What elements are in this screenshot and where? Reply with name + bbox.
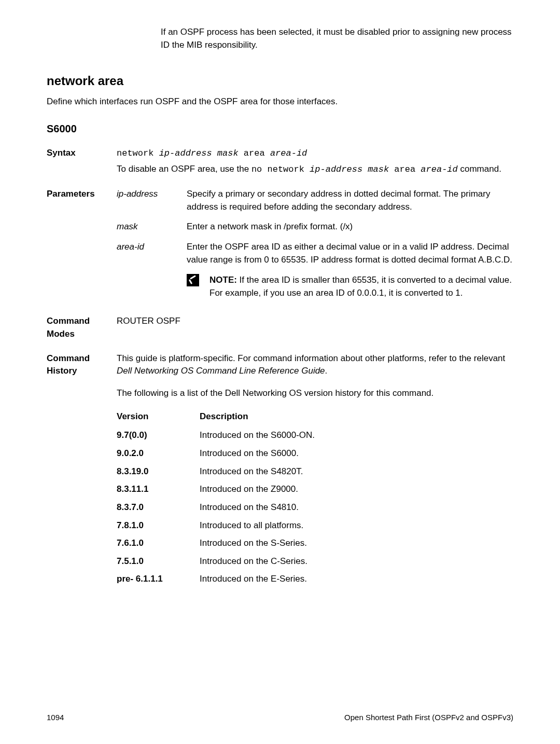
version-desc: Introduced on the S-Series. [200, 537, 513, 550]
note-text: If the area ID is smaller than 65535, it… [209, 275, 512, 298]
syntax-disable-suffix: command. [458, 164, 501, 174]
version-cell: 9.0.2.0 [117, 447, 200, 460]
param-desc-areaid: Enter the OSPF area ID as either a decim… [187, 241, 513, 266]
history-desc1-suffix: . [325, 366, 328, 376]
version-header: Version [117, 410, 200, 423]
history-desc2: The following is a list of the Dell Netw… [117, 387, 513, 400]
syntax-cmd-areaid: area-id [270, 148, 307, 158]
version-cell: 7.5.1.0 [117, 555, 200, 568]
param-name-areaid: area-id [117, 241, 187, 254]
model-heading: S6000 [47, 121, 513, 136]
section-subtitle: Define which interfaces run OSPF and the… [47, 95, 513, 108]
page-number: 1094 [47, 712, 64, 723]
command-history-label: Command History [47, 352, 117, 378]
section-title: network area [47, 72, 513, 90]
syntax-disable-area: area [389, 164, 421, 174]
version-cell: 8.3.7.0 [117, 501, 200, 514]
syntax-disable-areaid: area-id [421, 164, 457, 174]
syntax-cmd-area: area [239, 148, 270, 158]
version-cell: 8.3.11.1 [117, 483, 200, 496]
syntax-disable-prefix: To disable an OSPF area, use the [117, 164, 251, 174]
version-cell: 8.3.19.0 [117, 465, 200, 478]
param-desc-mask: Enter a network mask in /prefix format. … [187, 221, 513, 233]
param-name-mask: mask [117, 221, 187, 233]
version-desc: Introduced on the S4820T. [200, 465, 513, 478]
syntax-cmd-prefix: network [117, 148, 159, 158]
param-name-ip: ip-address [117, 188, 187, 201]
intro-text: If an OSPF process has been selected, it… [161, 26, 513, 51]
syntax-disable-cmd: no network [251, 164, 310, 174]
version-cell: 9.7(0.0) [117, 429, 200, 442]
pencil-note-icon [187, 274, 199, 286]
history-desc1-italic: Dell Networking OS Command Line Referenc… [117, 366, 325, 376]
version-desc: Introduced on the C-Series. [200, 555, 513, 568]
version-cell: 7.8.1.0 [117, 519, 200, 532]
param-desc-ip: Specify a primary or secondary address i… [187, 188, 513, 213]
version-desc: Introduced to all platforms. [200, 519, 513, 532]
version-desc: Introduced on the S6000-ON. [200, 429, 513, 442]
chapter-title: Open Shortest Path First (OSPFv2 and OSP… [344, 712, 513, 723]
syntax-label: Syntax [47, 147, 117, 160]
version-desc: Introduced on the E-Series. [200, 573, 513, 586]
description-header: Description [200, 410, 513, 423]
parameters-label: Parameters [47, 188, 117, 201]
syntax-disable-ipmask: ip-address mask [310, 164, 389, 174]
command-modes-value: ROUTER OSPF [117, 315, 513, 328]
version-desc: Introduced on the S6000. [200, 447, 513, 460]
version-cell: 7.6.1.0 [117, 537, 200, 550]
history-desc1: This guide is platform-specific. For com… [117, 353, 505, 363]
syntax-cmd-ipmask: ip-address mask [159, 148, 239, 158]
version-desc: Introduced on the Z9000. [200, 483, 513, 496]
note-label: NOTE: [209, 275, 237, 285]
command-modes-label: Command Modes [47, 315, 117, 340]
version-cell: pre- 6.1.1.1 [117, 573, 200, 586]
version-desc: Introduced on the S4810. [200, 501, 513, 514]
syntax-content: network ip-address mask area area-id To … [117, 147, 513, 176]
